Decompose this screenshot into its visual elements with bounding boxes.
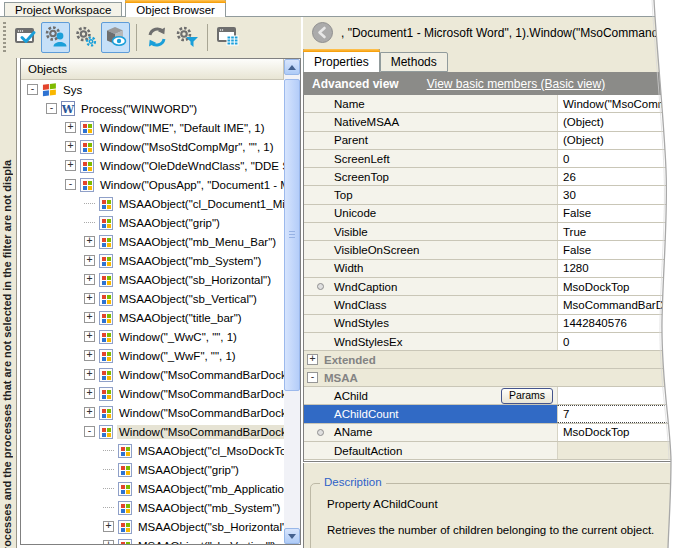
tree-item[interactable]: MSAAObject("cl_Document1_Micr — [21, 194, 284, 213]
basic-view-link[interactable]: View basic members (Basic view) — [427, 77, 606, 91]
property-name-cell[interactable]: Width — [304, 260, 557, 277]
collapse-toggle-icon[interactable]: - — [46, 103, 57, 114]
property-value-cell[interactable]: 1442840576 — [557, 315, 687, 332]
tab-properties[interactable]: Properties — [303, 49, 380, 72]
expand-toggle-icon[interactable]: + — [65, 160, 76, 171]
property-row[interactable]: WndCaptionMsoDockTop — [304, 278, 687, 296]
property-value-cell[interactable] — [557, 387, 687, 404]
expand-toggle-icon[interactable]: + — [84, 236, 95, 247]
tree-item-label[interactable]: Window("_WwF", "", 1) — [117, 349, 238, 363]
property-value-cell[interactable]: 0 — [557, 333, 687, 350]
tree-item[interactable]: +Window("OleDdeWndClass", "DDE Ser — [21, 156, 284, 175]
toolbar-gripper[interactable] — [3, 22, 6, 53]
tree-item-label[interactable]: MSAAObject("sb_Horizontal") — [136, 520, 284, 534]
expand-toggle-icon[interactable]: + — [84, 369, 95, 380]
collapse-toggle-icon[interactable]: - — [27, 84, 38, 95]
tab-object-browser[interactable]: Object Browser — [125, 0, 226, 17]
params-button[interactable]: Params — [501, 388, 553, 404]
property-value-cell[interactable]: False — [557, 205, 687, 222]
tree-item-label[interactable]: Process("WINWORD") — [79, 102, 199, 116]
expand-toggle-icon[interactable]: + — [84, 274, 95, 285]
tree-item-label[interactable]: Window("MsoCommandBarDock", " — [117, 406, 284, 420]
property-value-cell[interactable]: True — [557, 223, 687, 240]
tree-item[interactable]: +MSAAObject("mb_Menu_Bar") — [21, 232, 284, 251]
expand-toggle-icon[interactable]: + — [84, 293, 95, 304]
tree-item[interactable]: +MSAAObject("sb_Vertical") — [21, 289, 284, 308]
tree-item-label[interactable]: Sys — [61, 83, 84, 97]
property-name-cell[interactable]: Top — [304, 186, 557, 203]
tree-item[interactable]: +Window("IME", "Default IME", 1) — [21, 118, 284, 137]
tab-project-workspace[interactable]: Project Workspace — [4, 2, 122, 17]
property-name-cell[interactable]: WndStyles — [304, 315, 557, 332]
tree-item-label[interactable]: Window("_WwC", "", 1) — [117, 330, 239, 344]
tree-item[interactable]: +MSAAObject("mb_System") — [21, 251, 284, 270]
tree-item-label[interactable]: MSAAObject("cl_Document1_Micr — [117, 197, 284, 211]
tree-item[interactable]: -Window("MsoCommandBarDock", " — [21, 422, 284, 441]
user-processes-button[interactable] — [41, 22, 70, 53]
tree-item[interactable]: -WProcess("WINWORD") — [21, 99, 284, 118]
property-value-cell[interactable]: Window("MsoComm — [557, 95, 687, 112]
expand-toggle-icon[interactable]: + — [65, 141, 76, 152]
tree-item-label[interactable]: MSAAObject("grip") — [117, 216, 222, 230]
tree-item-label[interactable]: Window("OpusApp", "Document1 - Mic — [98, 178, 284, 192]
property-name-cell[interactable]: WndClass — [304, 296, 557, 313]
tree-item-label[interactable]: Window("MsoCommandBarDock", " — [117, 425, 284, 439]
property-row[interactable]: Width1280 — [304, 260, 687, 278]
tree-item-label[interactable]: MSAAObject("mb_Application" — [136, 482, 284, 496]
property-value-cell[interactable]: MsoDockTop — [557, 424, 687, 441]
property-name-cell[interactable]: Unicode — [304, 205, 557, 222]
property-row[interactable]: NameWindow("MsoComm — [304, 95, 687, 113]
property-row[interactable]: Top30 — [304, 186, 687, 204]
property-value-cell[interactable] — [557, 442, 687, 459]
tree-item-label[interactable]: Window("OleDdeWndClass", "DDE Ser — [98, 159, 284, 173]
tree-item-label[interactable]: MSAAObject("sb_Vertical") — [117, 292, 259, 306]
collapse-toggle-icon[interactable]: - — [65, 179, 76, 190]
property-name-cell[interactable]: AChildParams — [304, 387, 557, 404]
tree-item[interactable]: -Sys — [21, 80, 284, 99]
tree-item[interactable]: +Window("MsoCommandBarDock", " — [21, 403, 284, 422]
property-row[interactable]: AChildCount7 — [304, 405, 687, 423]
property-name-cell[interactable]: DefaultAction — [304, 442, 557, 459]
expand-toggle-icon[interactable]: + — [84, 255, 95, 266]
tree-item-label[interactable]: Window("IME", "Default IME", 1) — [98, 121, 267, 135]
tree-item[interactable]: +MSAAObject("sb_Vertical") — [21, 536, 284, 544]
property-group-row[interactable]: +Extended — [304, 351, 687, 369]
object-view-button[interactable] — [101, 22, 130, 53]
tree-scrollbar[interactable] — [284, 59, 300, 544]
property-value-cell[interactable]: MsoDockTop — [557, 278, 687, 295]
property-row[interactable]: WndStyles1442840576 — [304, 315, 687, 333]
tree-item[interactable]: MSAAObject("grip") — [21, 460, 284, 479]
property-name-cell[interactable]: WndStylesEx — [304, 333, 557, 350]
system-processes-button[interactable] — [71, 22, 100, 53]
property-row[interactable]: WndStylesEx0 — [304, 333, 687, 351]
track-objects-button[interactable] — [11, 22, 40, 53]
property-value-cell[interactable]: 1280 — [557, 260, 687, 277]
property-row[interactable]: VisibleOnScreenFalse — [304, 241, 687, 259]
property-name-cell[interactable]: ScreenTop — [304, 168, 557, 185]
property-name-cell[interactable]: Visible — [304, 223, 557, 240]
property-row[interactable]: NativeMSAA(Object) — [304, 113, 687, 131]
tree-item[interactable]: +MSAAObject("sb_Horizontal") — [21, 270, 284, 289]
property-value-cell[interactable]: 0 — [557, 150, 687, 167]
property-row[interactable]: ANameMsoDockTop — [304, 424, 687, 442]
tree-item[interactable]: +Window("MsoCommandBarDock", " — [21, 365, 284, 384]
expand-toggle-icon[interactable]: + — [84, 350, 95, 361]
property-row[interactable]: ScreenTop26 — [304, 168, 687, 186]
property-row[interactable]: VisibleTrue — [304, 223, 687, 241]
property-name-cell[interactable]: ScreenLeft — [304, 150, 557, 167]
property-value-cell[interactable]: 30 — [557, 186, 687, 203]
tree-item[interactable]: +Window("_WwC", "", 1) — [21, 327, 284, 346]
property-row[interactable]: DefaultAction — [304, 442, 687, 460]
scroll-down-arrow-icon[interactable] — [284, 528, 300, 544]
property-value-cell[interactable]: 26 — [557, 168, 687, 185]
expand-toggle-icon[interactable]: + — [84, 388, 95, 399]
back-button[interactable] — [312, 22, 333, 43]
expand-toggle-icon[interactable]: + — [307, 354, 318, 365]
property-name-cell[interactable]: VisibleOnScreen — [304, 241, 557, 258]
tree-item-label[interactable]: Window("MsoStdCompMgr", "", 1) — [98, 140, 276, 154]
property-value-cell[interactable]: (Object) — [557, 113, 687, 130]
windows-view-button[interactable] — [213, 22, 242, 53]
property-name-cell[interactable]: AName — [304, 424, 557, 441]
property-name-cell[interactable]: NativeMSAA — [304, 113, 557, 130]
tree-item-label[interactable]: MSAAObject("title_bar") — [117, 311, 244, 325]
